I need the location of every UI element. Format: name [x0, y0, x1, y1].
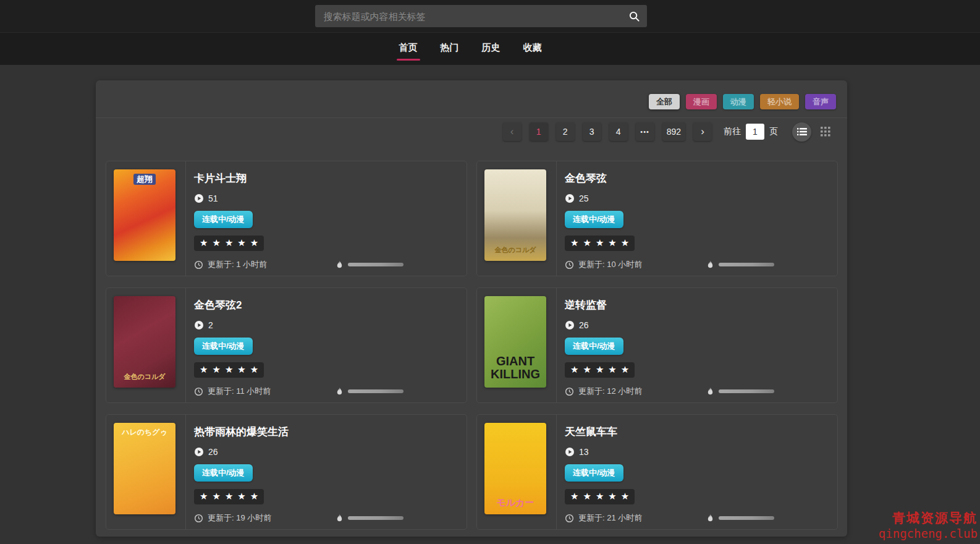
- card-title[interactable]: 逆转监督: [565, 298, 827, 312]
- watermark-line1: 青城资源导航: [879, 509, 978, 527]
- star-icon: ★: [225, 238, 233, 247]
- nav-tab[interactable]: 收藏: [522, 36, 543, 62]
- episode-count: 26: [208, 447, 218, 457]
- play-icon: [565, 320, 575, 330]
- card-content: 卡片斗士翔 51 连载中/动漫 ★★★★★ 更新于: 1 小时前: [186, 161, 467, 276]
- category-filter-button[interactable]: 漫画: [686, 94, 717, 109]
- updated-row: 更新于: 12 小时前: [565, 386, 706, 397]
- content-panel: 全部 漫画 动漫 轻小说 音声 ‹ 1 2 3 4 ••• 892 › 前往 页: [96, 80, 847, 537]
- category-filter-button[interactable]: 轻小说: [760, 94, 799, 109]
- star-icon: ★: [200, 491, 208, 501]
- goto-page-input[interactable]: [746, 124, 764, 140]
- clock-icon: [194, 514, 203, 523]
- card-title[interactable]: 金色琴弦: [565, 171, 827, 185]
- status-badge[interactable]: 连载中/动漫: [194, 211, 253, 228]
- category-filter-button[interactable]: 音声: [805, 94, 836, 109]
- cover-column: モルカー: [477, 415, 557, 529]
- star-icon: ★: [608, 365, 616, 374]
- watermark-line2: qingcheng.club: [879, 527, 978, 540]
- cover-title-text: 金色のコルダ: [120, 372, 168, 382]
- cover-image[interactable]: 金色のコルダ: [114, 296, 175, 388]
- star-icon: ★: [608, 491, 616, 501]
- updated-text: 更新于: 19 小时前: [208, 512, 271, 524]
- episode-count: 2: [208, 320, 213, 330]
- media-card: ハレのちグゥ 热带雨林的爆笑生活 26 连载中/动漫 ★★★★★ 更新于: 19…: [106, 414, 467, 530]
- episode-count-row: 51: [194, 193, 457, 203]
- card-meta: 更新于: 19 小时前 ♥ 收藏: 0 次 评论: 0 条: [194, 512, 457, 530]
- page-number-button[interactable]: •••: [636, 122, 654, 141]
- next-page-button[interactable]: ›: [693, 122, 712, 141]
- star-icon: ★: [621, 238, 629, 247]
- grid-view-button[interactable]: [817, 124, 834, 140]
- status-badge[interactable]: 连载中/动漫: [565, 211, 623, 228]
- category-filter-button[interactable]: 全部: [649, 94, 680, 109]
- updated-row: 更新于: 19 小时前: [194, 512, 336, 524]
- episode-count: 26: [579, 320, 589, 330]
- hotness-row: [336, 386, 457, 397]
- page-number-button[interactable]: 4: [609, 122, 628, 141]
- cover-image[interactable]: GIANT KILLING: [484, 296, 546, 388]
- updated-row: 更新于: 11 小时前: [194, 386, 336, 397]
- episode-count: 13: [579, 447, 589, 457]
- card-title[interactable]: 金色琴弦2: [194, 298, 457, 312]
- media-card-grid: 超翔 卡片斗士翔 51 连载中/动漫 ★★★★★ 更新于: 1 小时前: [96, 141, 847, 530]
- card-title[interactable]: 热带雨林的爆笑生活: [194, 425, 457, 439]
- page-number-button[interactable]: 1: [530, 122, 548, 141]
- nav-tab[interactable]: 热门: [439, 36, 460, 62]
- watermark: 青城资源导航 qingcheng.club: [879, 509, 978, 540]
- star-icon: ★: [570, 491, 578, 501]
- card-title[interactable]: 卡片斗士翔: [194, 171, 457, 185]
- nav-tab[interactable]: 首页: [398, 36, 419, 62]
- hotness-bar: [719, 516, 774, 520]
- page-number-group: 1 2 3 4 ••• 892: [530, 122, 685, 141]
- cover-image[interactable]: ハレのちグゥ: [114, 423, 175, 514]
- star-icon: ★: [250, 491, 258, 501]
- hotness-row: [706, 512, 827, 524]
- status-badge[interactable]: 连载中/动漫: [565, 338, 623, 355]
- star-icon: ★: [225, 365, 233, 374]
- page-number-button[interactable]: 2: [556, 122, 575, 141]
- card-meta: 更新于: 12 小时前 ♥ 收藏: 0 次 评论: 0 条: [565, 386, 827, 403]
- star-icon: ★: [250, 365, 258, 374]
- cover-image[interactable]: 金色のコルダ: [484, 169, 546, 261]
- category-filter-button[interactable]: 动漫: [723, 94, 754, 109]
- list-view-button[interactable]: [792, 122, 811, 142]
- star-icon: ★: [583, 365, 591, 374]
- star-rating: ★★★★★: [565, 362, 635, 378]
- status-badge[interactable]: 连载中/动漫: [565, 464, 623, 482]
- play-icon: [194, 193, 204, 203]
- play-icon: [565, 447, 575, 457]
- card-title[interactable]: 天竺鼠车车: [565, 425, 827, 439]
- cover-title-text: 金色のコルダ: [491, 245, 539, 255]
- star-icon: ★: [570, 238, 578, 247]
- star-icon: ★: [570, 365, 578, 374]
- status-badge[interactable]: 连载中/动漫: [194, 338, 253, 355]
- episode-count-row: 2: [194, 320, 457, 330]
- search-icon[interactable]: [622, 11, 647, 22]
- grid-icon: [821, 127, 830, 137]
- cover-title-text: モルカー: [493, 496, 537, 509]
- clock-icon: [565, 260, 574, 270]
- star-icon: ★: [621, 491, 629, 501]
- top-bar: [0, 0, 980, 32]
- updated-row: 更新于: 1 小时前: [194, 259, 336, 270]
- play-icon: [565, 193, 575, 203]
- status-badge[interactable]: 连载中/动漫: [194, 464, 253, 482]
- star-icon: ★: [212, 491, 220, 501]
- page-number-button[interactable]: 892: [662, 122, 685, 141]
- card-content: 逆转监督 26 连载中/动漫 ★★★★★ 更新于: 12 小时前: [557, 288, 837, 402]
- updated-row: 更新于: 21 小时前: [565, 512, 706, 524]
- star-icon: ★: [583, 491, 591, 501]
- search-box: [315, 5, 647, 27]
- prev-page-button[interactable]: ‹: [503, 122, 522, 141]
- cover-image[interactable]: 超翔: [114, 169, 175, 261]
- search-input[interactable]: [315, 11, 622, 22]
- cover-image[interactable]: モルカー: [484, 423, 546, 514]
- card-meta: 更新于: 1 小时前 ♥ 收藏: 0 次 评论: 0 条: [194, 259, 457, 276]
- play-icon: [194, 447, 204, 457]
- page-number-button[interactable]: 3: [583, 122, 601, 141]
- star-icon: ★: [621, 365, 629, 374]
- nav-tab[interactable]: 历史: [481, 36, 502, 62]
- cover-column: 金色のコルダ: [477, 161, 557, 276]
- star-icon: ★: [200, 238, 208, 247]
